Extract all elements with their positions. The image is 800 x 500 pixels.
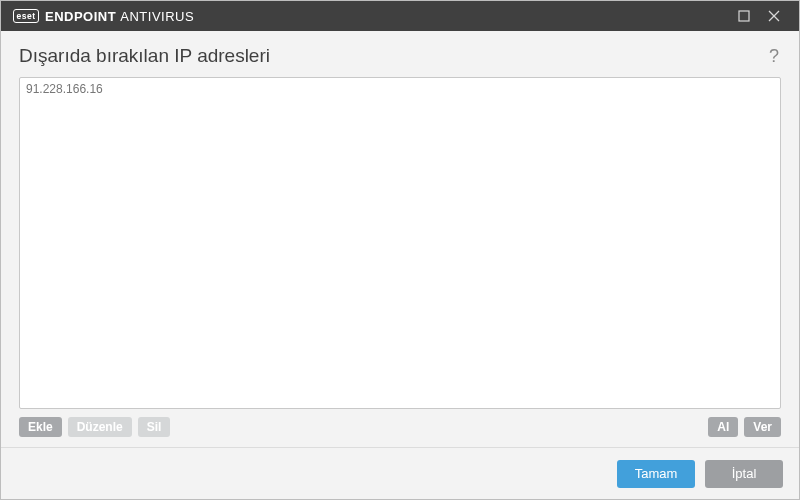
close-icon — [768, 10, 780, 22]
brand: eset ENDPOINT ANTIVIRUS — [13, 9, 194, 24]
titlebar: eset ENDPOINT ANTIVIRUS — [1, 1, 799, 31]
add-button[interactable]: Ekle — [19, 417, 62, 437]
brand-light: ANTIVIRUS — [120, 9, 194, 24]
delete-button[interactable]: Sil — [138, 417, 171, 437]
list-toolbar: Ekle Düzenle Sil Al Ver — [19, 409, 781, 447]
svg-rect-0 — [739, 11, 749, 21]
eset-logo: eset — [13, 9, 39, 23]
maximize-icon — [738, 10, 750, 22]
brand-strong: ENDPOINT — [45, 9, 116, 24]
page-title: Dışarıda bırakılan IP adresleri — [19, 45, 270, 67]
footer: Tamam İptal — [1, 447, 799, 499]
list-item[interactable]: 91.228.166.16 — [24, 80, 776, 98]
content: Dışarıda bırakılan IP adresleri ? 91.228… — [1, 31, 799, 447]
export-button[interactable]: Ver — [744, 417, 781, 437]
edit-button[interactable]: Düzenle — [68, 417, 132, 437]
import-button[interactable]: Al — [708, 417, 738, 437]
ok-button[interactable]: Tamam — [617, 460, 695, 488]
brand-text: ENDPOINT ANTIVIRUS — [45, 9, 194, 24]
ip-list[interactable]: 91.228.166.16 — [19, 77, 781, 409]
window: eset ENDPOINT ANTIVIRUS Dışarıda bırakıl… — [0, 0, 800, 500]
header-row: Dışarıda bırakılan IP adresleri ? — [19, 45, 781, 67]
maximize-button[interactable] — [729, 1, 759, 31]
close-button[interactable] — [759, 1, 789, 31]
cancel-button[interactable]: İptal — [705, 460, 783, 488]
help-button[interactable]: ? — [767, 46, 781, 67]
